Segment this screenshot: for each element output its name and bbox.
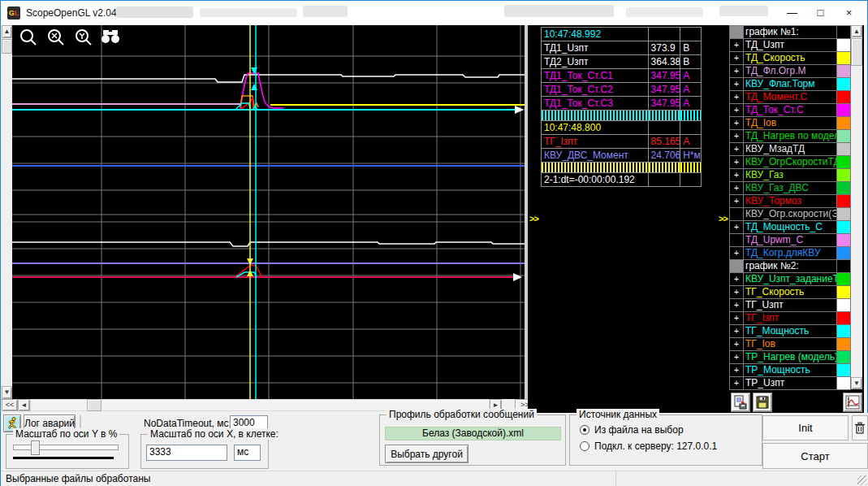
channel-color-swatch[interactable] [837, 78, 851, 91]
measurement-row[interactable]: ТД2_Uзпт364.38В [542, 55, 702, 69]
channel-color-swatch[interactable] [837, 208, 851, 221]
channel-color-swatch[interactable] [837, 273, 851, 286]
channel-label[interactable]: ТР_Uзпт [744, 377, 837, 390]
expand-plus-icon[interactable]: + [730, 273, 744, 286]
channel-row[interactable]: +ТД_Ток_Ст.С [730, 104, 851, 117]
channel-label[interactable]: ТД_Момент.С [744, 91, 837, 104]
channel-label[interactable]: КВУ_Газ [744, 169, 837, 182]
expand-plus-icon[interactable]: + [730, 156, 744, 169]
channel-row[interactable]: +ТГ_Iзпт [730, 312, 851, 325]
expand-plus-icon[interactable]: + [730, 195, 744, 208]
expand-plus-icon[interactable]: + [730, 52, 744, 65]
channel-row[interactable]: +ТД_Мощность_С [730, 221, 851, 234]
channel-row[interactable]: +ТГ_Скорость [730, 286, 851, 299]
channel-color-swatch[interactable] [837, 351, 851, 364]
channel-row[interactable]: +КВУ_Uзпт_заданиеТГ [730, 273, 851, 286]
channel-color-swatch[interactable] [837, 312, 851, 325]
expand-plus-icon[interactable]: + [730, 182, 744, 195]
channel-label[interactable]: ТГ_Скорость [744, 286, 837, 299]
channel-color-swatch[interactable] [837, 377, 851, 390]
separator-row[interactable] [542, 111, 702, 121]
measurement-row[interactable]: КВУ_ДВС_Момент24.706Н*м [542, 149, 702, 163]
expand-right-icon[interactable]: >> [529, 214, 538, 223]
channel-row[interactable]: +КВУ_Тормоз [730, 195, 851, 208]
channel-color-swatch[interactable] [837, 91, 851, 104]
channel-color-swatch[interactable] [837, 182, 851, 195]
yscale-slider-thumb[interactable] [31, 440, 40, 455]
channel-color-swatch[interactable] [837, 117, 851, 130]
channel-color-swatch[interactable] [837, 286, 851, 299]
expand-plus-icon[interactable]: + [730, 221, 744, 234]
channel-label[interactable]: ТД_Iов [744, 117, 837, 130]
channel-row[interactable]: +ТД_Фл.Огр.М [730, 65, 851, 78]
channel-group-header[interactable]: график №1: [730, 26, 851, 39]
channel-row[interactable]: +ТД_Скорость [730, 52, 851, 65]
scroll-up-icon[interactable]: ▲ [851, 25, 862, 37]
channel-row[interactable]: +ТД_Момент.С [730, 91, 851, 104]
measurement-row[interactable]: ТД1_Ток_Ст.С1347.95А [542, 69, 702, 83]
channel-color-swatch[interactable] [837, 221, 851, 234]
close-button[interactable]: × [835, 1, 863, 24]
channel-row[interactable]: КВУ_Огр.скорости(ЭП [730, 208, 851, 221]
binoculars-icon[interactable] [101, 30, 119, 43]
channel-label[interactable]: ТД_Скорость [744, 52, 837, 65]
channel-row[interactable]: +ТД_Нагрев по модели [730, 130, 851, 143]
expand-plus-icon[interactable]: + [730, 91, 744, 104]
measurement-row[interactable]: ТГ_Iзпт85.165А [542, 135, 702, 149]
maximize-button[interactable]: □ [806, 1, 835, 24]
channel-row[interactable]: +КВУ_Газ_ДВС [730, 182, 851, 195]
zoom-x-icon[interactable] [49, 30, 63, 45]
expand-plus-icon[interactable]: + [730, 247, 744, 260]
expand-plus-icon[interactable]: + [730, 299, 744, 312]
channel-label[interactable]: ТД_Нагрев по модели [744, 130, 837, 143]
channel-label[interactable]: ТР_Нагрев (модель) [744, 351, 837, 364]
scroll-up-icon[interactable]: ▲ [2, 25, 12, 38]
yscale-slider-track[interactable] [13, 445, 119, 450]
channel-row[interactable]: +ТД_Uзпт [730, 39, 851, 52]
channel-label[interactable]: ТР_Мощность [744, 364, 837, 377]
radio-from-file[interactable]: Из файла на выбор [580, 424, 684, 436]
scroll-down-icon[interactable]: ▼ [851, 377, 862, 389]
expand-plus-icon[interactable]: + [730, 338, 744, 351]
chart-window-button[interactable] [843, 393, 862, 412]
expand-plus-icon[interactable] [730, 234, 744, 247]
channel-row[interactable]: +КВУ_ОгрСкоростиТД [730, 156, 851, 169]
channel-label[interactable]: ТГ_Iов [744, 338, 837, 351]
channel-label[interactable]: ТД_Мощность_С [744, 221, 837, 234]
channel-row[interactable]: +КВУ_Флаг.Торм [730, 78, 851, 91]
channel-label[interactable]: КВУ_МзадТД [744, 143, 837, 156]
expand-plus-icon[interactable]: + [730, 117, 744, 130]
expand-plus-icon[interactable]: + [730, 143, 744, 156]
channel-label[interactable]: КВУ_Тормоз [744, 195, 837, 208]
separator-row[interactable] [542, 163, 702, 173]
channel-scroll-thumb[interactable] [851, 38, 862, 66]
channel-color-swatch[interactable] [837, 65, 851, 78]
channel-row[interactable]: +КВУ_Газ [730, 169, 851, 182]
channel-color-swatch[interactable] [837, 364, 851, 377]
expand-plus-icon[interactable]: + [730, 351, 744, 364]
channel-label[interactable]: КВУ_ОгрСкоростиТД [744, 156, 837, 169]
channel-row[interactable]: ТД_Upwm_С [730, 234, 851, 247]
zoom-y-icon[interactable] [76, 30, 91, 45]
channel-row[interactable]: +ТР_Нагрев (модель) [730, 351, 851, 364]
channel-color-swatch[interactable] [837, 247, 851, 260]
expand-plus-icon[interactable]: + [730, 39, 744, 52]
channel-group-header[interactable]: график №2: [730, 260, 851, 273]
channel-label[interactable]: ТГ_Uзпт [744, 299, 837, 312]
save-button[interactable] [753, 393, 772, 412]
splitter-plot-data[interactable]: >> [528, 25, 539, 413]
zoom-icon[interactable] [21, 30, 36, 45]
channel-color-swatch[interactable] [837, 156, 851, 169]
channel-color-swatch[interactable] [837, 130, 851, 143]
delete-button[interactable] [852, 415, 868, 440]
channel-label[interactable]: КВУ_Газ_ДВС [744, 182, 837, 195]
minimize-button[interactable]: — [778, 1, 806, 24]
expand-right-icon[interactable]: >> [719, 214, 728, 223]
measurement-row[interactable]: 10:47:48.992 [542, 28, 702, 41]
scroll-down-icon[interactable]: ▼ [2, 386, 12, 399]
channel-color-swatch[interactable] [837, 338, 851, 351]
channel-label[interactable]: ТГ_Iзпт [744, 312, 837, 325]
channel-color-swatch[interactable] [837, 195, 851, 208]
radio-icon[interactable] [580, 441, 589, 451]
expand-plus-icon[interactable]: + [730, 169, 744, 182]
